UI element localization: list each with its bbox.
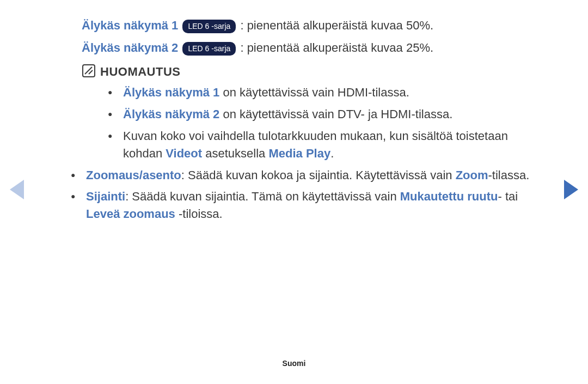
position-mid2: - tai [498, 190, 518, 203]
smartview2-desc: : pienentää alkuperäistä kuvaa 25%. [240, 41, 433, 54]
page-content: Älykäs näkymä 1 LED 6 -sarja : pienentää… [0, 0, 588, 223]
note-item-3: Kuvan koko voi vaihdella tulotarkkuuden … [108, 127, 544, 162]
led6-badge: LED 6 -sarja [182, 20, 236, 33]
zoom-mid: : Säädä kuvan kokoa ja sijaintia. Käytet… [181, 168, 456, 182]
note-header: HUOMAUTUS [82, 64, 544, 80]
note-item-1: Älykäs näkymä 1 on käytettävissä vain HD… [108, 84, 544, 101]
nav-next-arrow[interactable] [564, 180, 578, 199]
outer-list: Zoomaus/asento: Säädä kuvan kokoa ja sij… [71, 167, 544, 223]
position-post: -tiloissa. [175, 207, 223, 221]
zoom-h: Zoom [456, 168, 488, 182]
position-item: Sijainti: Säädä kuvan sijaintia. Tämä on… [71, 188, 544, 223]
svg-line-1 [89, 70, 93, 74]
smartview1-desc: : pienentää alkuperäistä kuvaa 50%. [240, 19, 433, 32]
svg-line-0 [85, 67, 92, 74]
footer-language: Suomi [0, 359, 588, 368]
note3-post: . [330, 147, 334, 160]
zoom-label: Zoomaus/asento [86, 168, 181, 182]
smartview1-line: Älykäs näkymä 1 LED 6 -sarja : pienentää… [82, 16, 544, 34]
position-label: Sijainti [86, 190, 125, 203]
note1-label: Älykäs näkymä 1 [123, 86, 219, 99]
note-title: HUOMAUTUS [100, 65, 181, 79]
note-list: Älykäs näkymä 1 on käytettävissä vain HD… [108, 84, 544, 162]
zoom-item: Zoomaus/asento: Säädä kuvan kokoa ja sij… [71, 167, 544, 184]
note3-h2: Media Play [268, 147, 330, 160]
smartview2-line: Älykäs näkymä 2 LED 6 -sarja : pienentää… [82, 39, 544, 57]
note3-mid: asetuksella [202, 147, 268, 160]
nav-prev-arrow[interactable] [10, 180, 24, 199]
position-mid: : Säädä kuvan sijaintia. Tämä on käytett… [125, 190, 400, 203]
position-h1: Mukautettu ruutu [400, 190, 498, 203]
smartview2-label: Älykäs näkymä 2 [82, 41, 178, 54]
led6-badge: LED 6 -sarja [182, 42, 236, 56]
smartview1-label: Älykäs näkymä 1 [82, 19, 178, 32]
note1-rest: on käytettävissä vain HDMI-tilassa. [219, 86, 409, 99]
note2-rest: on käytettävissä vain DTV- ja HDMI-tilas… [219, 107, 452, 121]
note-item-2: Älykäs näkymä 2 on käytettävissä vain DT… [108, 106, 544, 123]
note-icon [82, 64, 96, 80]
zoom-post: -tilassa. [488, 168, 530, 182]
note3-h1: Videot [166, 147, 202, 160]
position-h2: Leveä zoomaus [86, 207, 175, 221]
note2-label: Älykäs näkymä 2 [123, 107, 219, 121]
